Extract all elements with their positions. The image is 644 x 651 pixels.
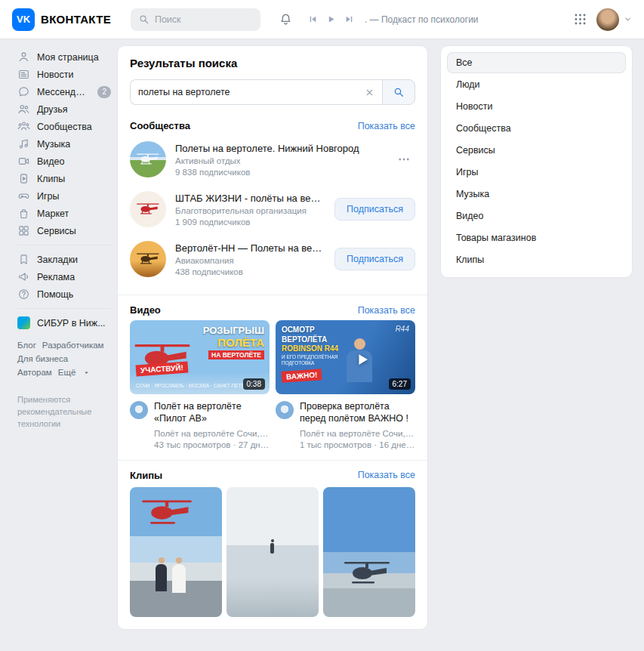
community-row[interactable]: ШТАБ ЖИЗНИ - полёты на вертолёте в... Бл…: [130, 184, 415, 234]
community-avatar[interactable]: [130, 191, 166, 227]
filter-services[interactable]: Сервисы: [447, 140, 626, 161]
section-title: Видео: [130, 304, 161, 316]
filter-games[interactable]: Игры: [447, 162, 626, 183]
sidebar-item-messenger[interactable]: Мессенджер 2: [11, 83, 117, 100]
filter-news[interactable]: Новости: [447, 96, 626, 117]
brand-title[interactable]: ВКОНТАКТЕ: [41, 13, 111, 26]
groom-figure: [156, 564, 167, 591]
sidebar-item-label: Помощь: [37, 289, 73, 300]
filter-video[interactable]: Видео: [447, 205, 626, 227]
filter-communities[interactable]: Сообщества: [447, 118, 626, 139]
search-field[interactable]: [130, 79, 382, 105]
filter-people[interactable]: Люди: [447, 74, 626, 95]
helicopter-image: [343, 558, 391, 588]
sidebar-item-clips[interactable]: Клипы: [11, 170, 117, 187]
community-avatar[interactable]: [130, 141, 166, 177]
sidebar-item-ads[interactable]: Реклама: [11, 268, 117, 285]
sidebar-item-market[interactable]: Маркет: [11, 205, 117, 222]
sidebar-item-help[interactable]: Помощь: [11, 285, 117, 303]
vk-logo[interactable]: VK: [12, 8, 35, 31]
video-meta: 43 тыс просмотров · 27 дней н...: [154, 440, 270, 449]
show-all-videos-link[interactable]: Показать все: [358, 305, 415, 316]
sidebar-item-sibur[interactable]: СИБУР в Ниж...: [11, 314, 117, 332]
show-all-clips-link[interactable]: Показать все: [358, 470, 415, 480]
sidebar-item-label: Реклама: [37, 272, 75, 282]
sidebar-item-label: СИБУР в Ниж...: [37, 318, 106, 329]
footer-link-more[interactable]: Ещё: [58, 366, 97, 380]
filter-all[interactable]: Все: [447, 52, 626, 73]
video-item: ОСМОТР ВЕРТОЛЁТА ROBINSON R44 И ЕГО ПРЕД…: [276, 320, 415, 449]
sidebar-item-games[interactable]: Игры: [11, 187, 117, 205]
filter-goods[interactable]: Товары магазинов: [447, 227, 626, 248]
community-avatar[interactable]: [130, 241, 166, 277]
previous-track-icon[interactable]: [308, 14, 318, 24]
person-figure: [270, 543, 274, 554]
now-playing-title[interactable]: . — Подкаст по психологии: [365, 14, 479, 25]
video-channel[interactable]: Полёт на вертолёте Сочи, Моск...: [300, 429, 415, 438]
sidebar-item-news[interactable]: Новости: [11, 66, 117, 83]
notifications-bell-icon[interactable]: [279, 12, 293, 26]
clip-thumbnail[interactable]: [323, 487, 415, 617]
footer-link-blog[interactable]: Блог: [17, 339, 36, 353]
channel-avatar[interactable]: [130, 401, 148, 419]
video-thumbnail[interactable]: ОСМОТР ВЕРТОЛЁТА ROBINSON R44 И ЕГО ПРЕД…: [276, 320, 415, 394]
sidebar-item-label: Музыка: [37, 139, 70, 150]
global-search[interactable]: [131, 8, 260, 31]
top-bar: VK ВКОНТАКТЕ . — Подкаст по психологии: [0, 0, 644, 39]
clear-search-icon[interactable]: [365, 88, 374, 97]
video-title[interactable]: Проверка вертолёта перед полётом ВАЖНО !: [300, 400, 415, 425]
videos-section: Видео Показать все РОЗЫГРЫШ ПОЛЁТА НА ВЕ…: [118, 295, 427, 449]
community-name[interactable]: ШТАБ ЖИЗНИ - полёты на вертолёте в...: [175, 193, 325, 204]
sidebar-item-label: Друзья: [37, 104, 68, 115]
search-query-input[interactable]: [138, 87, 359, 97]
sidebar-item-communities[interactable]: Сообщества: [11, 118, 117, 135]
more-options-icon[interactable]: [397, 153, 411, 166]
community-name[interactable]: Полеты на вертолете. Нижний Новгород: [175, 143, 388, 154]
subscribe-button[interactable]: Подписаться: [334, 248, 415, 270]
play-icon[interactable]: [326, 14, 336, 24]
helicopter-image: [140, 496, 193, 529]
filter-clips[interactable]: Клипы: [447, 249, 626, 270]
sidebar-item-my-page[interactable]: Моя страница: [11, 48, 117, 66]
video-channel[interactable]: Полёт на вертолёте Сочи, Моск...: [154, 429, 270, 438]
sidebar-footer-links: БлогРазработчикамДля бизнесаАвторамЕщё: [11, 332, 117, 381]
profile-avatar[interactable]: [596, 8, 619, 31]
page-title: Результаты поиска: [130, 57, 415, 69]
clip-thumbnail[interactable]: [226, 487, 319, 617]
sidebar-item-music[interactable]: Музыка: [11, 135, 117, 153]
search-submit-button[interactable]: [382, 79, 415, 105]
video-title[interactable]: Полёт на вертолёте «Пилот АВ»: [154, 400, 270, 425]
sidebar-item-bookmarks[interactable]: Закладки: [11, 251, 117, 268]
sidebar-item-label: Видео: [37, 156, 65, 167]
footer-link-business[interactable]: Для бизнеса: [17, 353, 68, 366]
sidebar-divider: [17, 245, 111, 245]
show-all-communities-link[interactable]: Показать все: [358, 121, 415, 131]
chevron-down-icon[interactable]: [624, 15, 632, 23]
play-overlay-icon[interactable]: [354, 351, 371, 368]
footer-link-authors[interactable]: Авторам: [17, 366, 52, 380]
community-row[interactable]: Полеты на вертолете. Нижний Новгород Акт…: [130, 134, 415, 184]
search-filters-card: Все Люди Новости Сообщества Сервисы Игры…: [440, 45, 633, 278]
filter-music[interactable]: Музыка: [447, 184, 626, 205]
sidebar-item-friends[interactable]: Друзья: [11, 100, 117, 118]
search-icon: [138, 14, 149, 25]
messenger-icon: [17, 85, 30, 98]
video-thumbnail[interactable]: РОЗЫГРЫШ ПОЛЁТА НА ВЕРТОЛЁТЕ УЧАСТВУЙ! С…: [130, 320, 270, 394]
next-track-icon[interactable]: [344, 14, 354, 24]
subscribe-button[interactable]: Подписаться: [334, 198, 415, 221]
apps-grid-icon[interactable]: [573, 12, 587, 26]
channel-avatar[interactable]: [276, 401, 294, 419]
community-category: Авиакомпания: [175, 256, 325, 265]
sidebar-item-label: Мессенджер: [37, 87, 91, 97]
community-name[interactable]: Вертолёт-НН — Полеты на вертолете: [175, 242, 325, 254]
global-search-input[interactable]: [155, 14, 253, 25]
sidebar-item-video[interactable]: Видео: [11, 153, 117, 170]
footer-link-developers[interactable]: Разработчикам: [42, 339, 104, 353]
sidebar-item-label: Клипы: [37, 174, 65, 184]
community-row[interactable]: Вертолёт-НН — Полеты на вертолете Авиако…: [130, 234, 415, 284]
community-category: Активный отдых: [175, 156, 388, 165]
communities-section: Сообщества Показать все Полеты на вертол…: [118, 116, 427, 284]
clip-thumbnail[interactable]: [130, 487, 222, 617]
sidebar-item-services[interactable]: Сервисы: [11, 222, 117, 239]
communities-icon: [17, 120, 30, 133]
